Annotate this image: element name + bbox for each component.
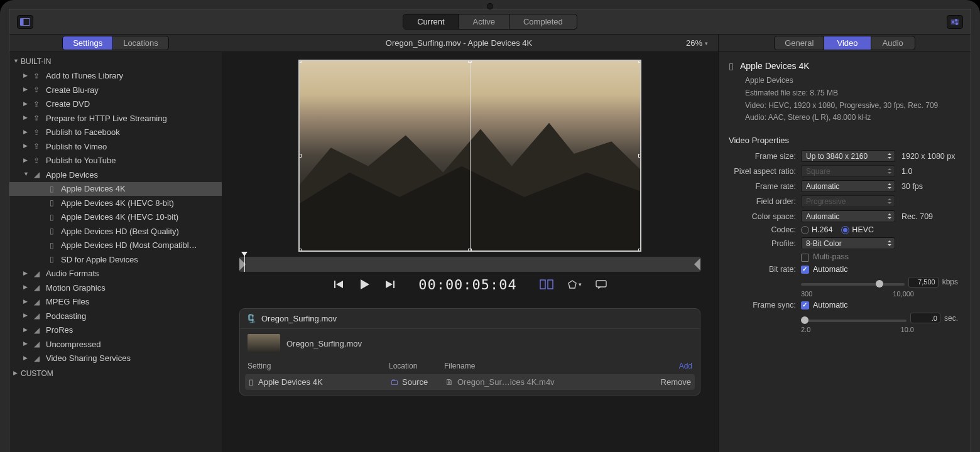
- audio-summary: Audio: AAC, Stereo (L R), 48.000 kHz: [745, 112, 961, 124]
- batch-group-name: Oregon_Surfing.mov: [261, 314, 337, 323]
- tab-general[interactable]: General: [775, 36, 824, 50]
- tree-item-ad-4k-hevc10[interactable]: ▯Apple Devices 4K (HEVC 10-bit): [9, 210, 222, 225]
- label-profile: Profile:: [729, 239, 801, 248]
- go-to-start-button[interactable]: [333, 279, 344, 290]
- captions-button[interactable]: [596, 280, 607, 289]
- device-icon: ▯: [46, 185, 57, 193]
- tree-item-audio-formats[interactable]: ▶◢Audio Formats: [9, 267, 222, 281]
- go-to-end-button[interactable]: [384, 279, 396, 290]
- tree-item-apple-devices[interactable]: ▼◢Apple Devices: [9, 168, 222, 182]
- framesync-slider[interactable]: [801, 320, 906, 322]
- svg-point-6: [952, 21, 954, 23]
- tree-item-ad-hd-best[interactable]: ▯Apple Devices HD (Best Quality): [9, 224, 222, 239]
- inspector-toggle-button[interactable]: [947, 15, 963, 29]
- tree-item-ad-sd[interactable]: ▯SD for Apple Devices: [9, 252, 222, 267]
- marker-dropdown[interactable]: ▾: [567, 279, 582, 289]
- playhead[interactable]: [244, 254, 245, 272]
- batch-file-name: Oregon_Surfing.mov: [286, 339, 362, 348]
- svg-rect-10: [334, 281, 335, 288]
- label-codec: Codec:: [729, 225, 801, 234]
- tree-item-publish-yt[interactable]: ▶⇪Publish to YouTube: [9, 154, 222, 168]
- tab-settings[interactable]: Settings: [63, 36, 113, 50]
- tree-item-ad-4k[interactable]: ▯Apple Devices 4K: [9, 182, 222, 196]
- multipass-checkbox[interactable]: Multi-pass: [801, 252, 849, 261]
- tree-item-podcasting[interactable]: ▶◢Podcasting: [9, 309, 222, 323]
- folder-icon: 🗀: [390, 377, 398, 387]
- codec-h264-radio[interactable]: H.264: [801, 225, 832, 234]
- tab-audio[interactable]: Audio: [871, 36, 915, 50]
- preset-group-icon: ◢: [31, 354, 42, 363]
- preset-group-icon: ◢: [31, 170, 42, 179]
- tree-item-ad-4k-hevc8[interactable]: ▯Apple Devices 4K (HEVC 8-bit): [9, 196, 222, 210]
- batch-row[interactable]: ▯Apple Devices 4K 🗀Source 🗎Oregon_Sur…ic…: [245, 374, 695, 390]
- share-icon: ⇪: [31, 72, 42, 80]
- preset-group-icon: ◢: [31, 326, 42, 335]
- share-icon: ⇪: [31, 100, 42, 109]
- share-icon: ⇪: [31, 128, 42, 137]
- tab-active[interactable]: Active: [459, 14, 509, 29]
- frame-size-select[interactable]: Up to 3840 x 2160: [801, 150, 895, 162]
- sidebar-toggle-button[interactable]: [17, 15, 33, 29]
- tree-item-add-to-itunes[interactable]: ▶⇪Add to iTunes Library: [9, 69, 222, 83]
- tree-item-prepare-http[interactable]: ▶⇪Prepare for HTTP Live Streaming: [9, 111, 222, 126]
- col-setting: Setting: [248, 362, 389, 370]
- svg-point-7: [956, 23, 958, 24]
- svg-rect-1: [21, 18, 24, 25]
- remove-button[interactable]: Remove: [653, 377, 691, 387]
- tree-group-builtin[interactable]: ▼BUILT-IN: [9, 55, 222, 69]
- frame-rate-select[interactable]: Automatic: [801, 180, 895, 192]
- add-button[interactable]: Add: [655, 362, 692, 370]
- tree-item-create-dvd[interactable]: ▶⇪Create DVD: [9, 97, 222, 112]
- tree-item-motion-graphics[interactable]: ▶◢Motion Graphics: [9, 281, 222, 295]
- frame-rate-value: 30 fps: [895, 182, 961, 191]
- preset-group-icon: ◢: [31, 283, 42, 292]
- zoom-dropdown[interactable]: 26%▾: [686, 38, 708, 48]
- label-bit-rate: Bit rate:: [729, 265, 801, 274]
- framesync-auto-checkbox[interactable]: Automatic: [801, 301, 848, 309]
- tree-group-custom[interactable]: ▶CUSTOM: [9, 367, 222, 381]
- estimated-size: Estimated file size: 8.75 MB: [745, 87, 961, 100]
- sidebar-tabs[interactable]: Settings Locations: [62, 36, 169, 50]
- device-icon: ▯: [729, 61, 734, 71]
- color-space-select[interactable]: Automatic: [801, 210, 895, 222]
- bitrate-auto-checkbox[interactable]: Automatic: [801, 265, 848, 274]
- video-summary: Video: HEVC, 1920 x 1080, Progressive, 3…: [745, 100, 961, 112]
- tree-item-ad-hd-compat[interactable]: ▯Apple Devices HD (Most Compatibl…: [9, 239, 222, 253]
- preset-title: Apple Devices 4K: [740, 61, 810, 71]
- svg-rect-16: [548, 280, 553, 289]
- profile-select[interactable]: 8-Bit Color: [801, 237, 895, 249]
- section-video-properties: Video Properties: [729, 136, 961, 145]
- tree-item-video-sharing[interactable]: ▶◢Video Sharing Services: [9, 352, 222, 366]
- framesync-field[interactable]: .0: [910, 313, 940, 323]
- tab-completed[interactable]: Completed: [509, 14, 577, 29]
- device-icon: ▯: [46, 227, 57, 235]
- preset-group-icon: ◢: [31, 269, 42, 278]
- codec-hevc-radio[interactable]: HEVC: [841, 225, 874, 234]
- play-button[interactable]: [358, 278, 371, 291]
- svg-marker-13: [386, 281, 393, 288]
- tree-item-create-bluray[interactable]: ▶⇪Create Blu-ray: [9, 83, 222, 97]
- preview-title: Oregon_Surfing.mov - Apple Devices 4K: [386, 38, 532, 48]
- scrubber[interactable]: [239, 257, 700, 272]
- bitrate-field[interactable]: 7,500: [908, 277, 939, 288]
- video-preview[interactable]: [298, 60, 641, 252]
- compare-button[interactable]: [540, 279, 553, 289]
- bitrate-slider[interactable]: [801, 283, 905, 286]
- par-value: 1.0: [895, 167, 961, 176]
- tree-item-prores[interactable]: ▶◢ProRes: [9, 323, 222, 338]
- svg-rect-14: [393, 281, 395, 288]
- inspector-tabs[interactable]: General Video Audio: [774, 36, 915, 50]
- tree-item-publish-vimeo[interactable]: ▶⇪Publish to Vimeo: [9, 139, 222, 154]
- tab-video[interactable]: Video: [824, 36, 871, 50]
- status-segmented-control[interactable]: Current Active Completed: [403, 14, 577, 30]
- svg-marker-12: [361, 279, 369, 289]
- device-icon: ▯: [46, 198, 57, 207]
- tree-item-uncompressed[interactable]: ▶◢Uncompressed: [9, 337, 222, 352]
- tab-current[interactable]: Current: [403, 14, 459, 29]
- tab-locations[interactable]: Locations: [113, 36, 168, 50]
- bitrate-unit: kbps: [942, 277, 958, 286]
- tree-item-publish-fb[interactable]: ▶⇪Publish to Facebook: [9, 126, 222, 140]
- share-icon: ⇪: [31, 156, 42, 165]
- tree-item-mpeg[interactable]: ▶◢MPEG Files: [9, 295, 222, 309]
- batch-thumbnail: [248, 334, 280, 353]
